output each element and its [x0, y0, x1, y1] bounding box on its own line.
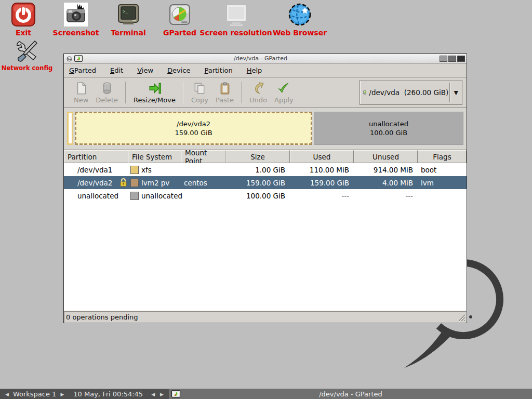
cell-text: 914.00 MiB [374, 166, 413, 174]
partition-block-vda1[interactable] [67, 112, 73, 145]
cell-used: --- [290, 189, 354, 202]
desktop-icon-label: Terminal [111, 29, 146, 37]
partition-visual-bar: /dev/vda2 159.00 GiB unallocated 100.00 … [64, 108, 467, 150]
toolbar-separator [241, 82, 242, 103]
cell-text: --- [341, 192, 349, 200]
cell-mount: centos [181, 176, 225, 189]
pending-operations-status: 0 operations pending [64, 313, 138, 321]
delete-button[interactable]: Delete [92, 81, 122, 105]
debian-swirl-icon [65, 55, 72, 62]
chevron-down-icon[interactable]: ▼ [453, 89, 460, 96]
toolbar: New Delete Resize/Move Copy [64, 77, 467, 108]
menu-partition[interactable]: Partition [205, 66, 233, 74]
menu-gparted[interactable]: GParted [69, 66, 96, 74]
menu-view[interactable]: View [137, 66, 153, 74]
window-titlebar[interactable]: /dev/vda - GParted [64, 54, 467, 63]
cell-text: 159.00 GiB [310, 179, 349, 187]
column-header-flags[interactable]: Flags [418, 150, 467, 163]
desktop-icon-network-config[interactable]: Network config [3, 37, 51, 72]
gparted-window-icon [74, 55, 83, 62]
cell-text: 4.00 MiB [382, 179, 413, 187]
copy-button[interactable]: Copy [188, 81, 212, 105]
cell-flags: boot [418, 163, 467, 176]
menu-edit[interactable]: Edit [110, 66, 123, 74]
status-bar: 0 operations pending [64, 311, 467, 323]
cell-size: 159.00 GiB [225, 176, 290, 189]
desktop-icon-screenshot[interactable]: Screenshot [51, 2, 101, 37]
desktop-icon-exit[interactable]: Exit [6, 2, 41, 37]
workspace-label: Workspace 1 [13, 390, 56, 398]
gparted-window: /dev/vda - GParted GParted Edit View Dev… [63, 54, 467, 323]
cell-text: xfs [141, 166, 152, 174]
workspace-next-icon[interactable]: ▶ [59, 392, 65, 397]
cell-mount [181, 189, 225, 202]
device-selector-value: /dev/vda (260.00 GiB) [369, 88, 448, 97]
terminal-icon: >_ [117, 2, 140, 26]
column-header-size[interactable]: Size [225, 150, 290, 163]
device-selector[interactable]: /dev/vda (260.00 GiB) ▼ [360, 80, 462, 105]
svg-text:>_: >_ [123, 9, 128, 14]
resize-move-icon [148, 82, 162, 95]
cell-partition: unallocated [64, 189, 128, 202]
gparted-drive-icon [168, 2, 192, 26]
paste-icon [218, 82, 232, 95]
undo-button[interactable]: Undo [246, 81, 271, 105]
partition-table: Partition File System Mount Point Size U… [64, 150, 467, 311]
cell-fs: unallocated [128, 189, 181, 202]
cell-mount [181, 163, 225, 176]
partition-block-vda2-selected[interactable]: /dev/vda2 159.00 GiB [75, 112, 312, 145]
tools-icon [15, 37, 39, 62]
cell-used: 110.00 MiB [290, 163, 354, 176]
minimize-button[interactable] [440, 56, 447, 62]
cell-unused: --- [354, 189, 418, 202]
table-row--dev-vda1[interactable]: /dev/vda1xfs1.00 GiB110.00 MiB914.00 MiB… [64, 163, 467, 176]
partition-block-unallocated[interactable]: unallocated 100.00 GiB [314, 112, 463, 145]
cell-partition: /dev/vda2 [64, 176, 128, 189]
column-header-mountpoint[interactable]: Mount Point [181, 150, 225, 163]
filesystem-color-swatch [130, 192, 139, 200]
column-header-filesystem[interactable]: File System [128, 150, 181, 163]
clock-next-icon[interactable]: ▶ [159, 392, 165, 397]
globe-icon [288, 2, 312, 26]
cell-unused: 914.00 MiB [354, 163, 418, 176]
desktop-icon-terminal[interactable]: >_ Terminal [104, 2, 153, 37]
exit-power-icon [11, 2, 35, 26]
maximize-button[interactable] [448, 56, 456, 62]
paste-button[interactable]: Paste [212, 81, 237, 105]
column-header-partition[interactable]: Partition [64, 150, 128, 163]
desktop-icon-label: GParted [163, 29, 196, 37]
taskbar: ◀ Workspace 1 ▶ 10 May, Fri 00:54:45 ◀ ▶… [0, 389, 532, 399]
column-header-used[interactable]: Used [290, 150, 354, 163]
filesystem-color-swatch [130, 166, 139, 174]
desktop-icon-web-browser[interactable]: Web Browser [274, 2, 325, 37]
cell-text: boot [421, 166, 436, 174]
filesystem-color-swatch [130, 179, 139, 187]
table-row--dev-vda2[interactable]: /dev/vda2 lvm2 pvcentos159.00 GiB159.00 … [64, 176, 467, 189]
table-row-unallocated[interactable]: unallocatedunallocated100.00 GiB------ [64, 189, 467, 202]
cell-text: /dev/vda1 [77, 166, 112, 174]
task-button-title: /dev/vda - GParted [169, 390, 532, 398]
resize-move-button[interactable]: Resize/Move [130, 81, 179, 105]
undo-icon [251, 82, 265, 95]
partition-label: /dev/vda2 [177, 119, 210, 128]
cell-text: 110.00 MiB [310, 166, 349, 174]
new-document-icon [74, 82, 88, 95]
clock-prev-icon[interactable]: ◀ [150, 392, 156, 397]
apply-button[interactable]: Apply [271, 81, 297, 105]
desktop-icon-screen-resolution[interactable]: Screen resolution [203, 2, 269, 37]
partition-label: unallocated [369, 119, 408, 128]
delete-icon [100, 82, 114, 95]
desktop-icon-gparted[interactable]: GParted [157, 2, 203, 37]
task-button-gparted[interactable]: /dev/vda - GParted [169, 389, 532, 399]
new-button[interactable]: New [70, 81, 92, 105]
menu-help[interactable]: Help [247, 66, 262, 74]
monitor-icon [223, 2, 249, 26]
cell-text: unallocated [141, 192, 182, 200]
close-button[interactable] [457, 56, 465, 62]
resize-grip[interactable] [457, 313, 466, 322]
apply-check-icon [277, 82, 290, 95]
workspace-prev-icon[interactable]: ◀ [4, 392, 10, 397]
hard-drive-icon [363, 86, 366, 99]
menu-device[interactable]: Device [167, 66, 190, 74]
column-header-unused[interactable]: Unused [354, 150, 418, 163]
